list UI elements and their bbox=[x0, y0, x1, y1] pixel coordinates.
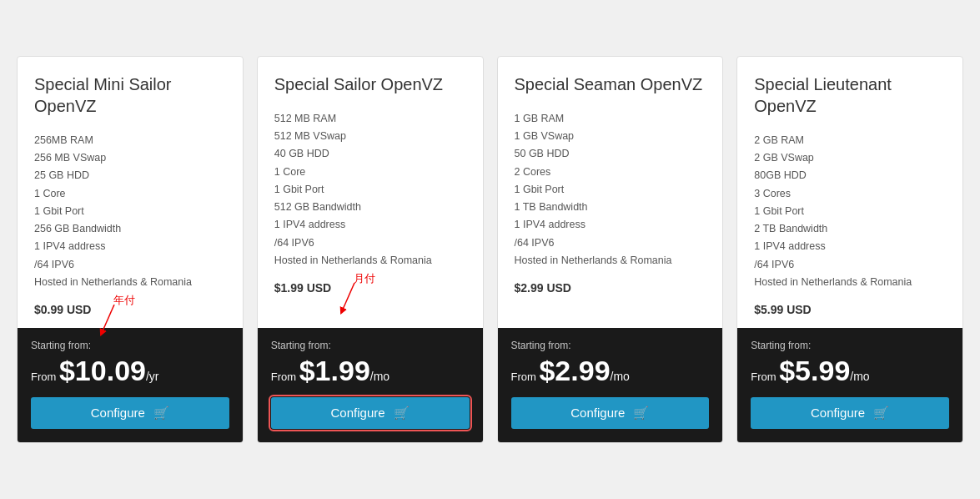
card-title: Special Seaman OpenVZ bbox=[515, 73, 706, 95]
cart-icon: 🛒 bbox=[633, 406, 649, 421]
spec-item: Hosted in Netherlands & Romania bbox=[515, 252, 706, 270]
spec-item: 256MB RAM bbox=[34, 132, 226, 149]
from-label: From bbox=[271, 370, 299, 383]
starting-from-label: Starting from: bbox=[31, 340, 229, 351]
configure-button[interactable]: Configure 🛒 bbox=[511, 397, 710, 429]
from-label: From bbox=[751, 370, 779, 383]
spec-item: 1 Core bbox=[34, 185, 226, 203]
pricing-card-sailor: Special Sailor OpenVZ 512 MB RAM512 MB V… bbox=[257, 56, 484, 443]
spec-item: 50 GB HDD bbox=[515, 145, 706, 163]
spec-item: 3 Cores bbox=[754, 185, 946, 203]
spec-item: 512 MB VSwap bbox=[274, 128, 466, 145]
card-footer: Starting from: From $1.99/mo Configure 🛒 bbox=[258, 328, 483, 442]
pricing-card-mini-sailor: Special Mini Sailor OpenVZ 256MB RAM256 … bbox=[17, 56, 244, 443]
starting-from-label: Starting from: bbox=[511, 340, 710, 351]
spec-item: 256 MB VSwap bbox=[34, 149, 226, 167]
configure-button[interactable]: Configure 🛒 bbox=[271, 397, 470, 429]
arrow-nenpay-icon bbox=[98, 305, 123, 338]
page-wrapper: Special Mini Sailor OpenVZ 256MB RAM256 … bbox=[17, 56, 963, 443]
cart-icon: 🛒 bbox=[394, 406, 410, 421]
price-big: $1.99 bbox=[299, 355, 370, 386]
card-title: Special Mini Sailor OpenVZ bbox=[34, 73, 226, 117]
arrow-getpay-icon bbox=[338, 283, 363, 316]
pricing-cards-container: Special Mini Sailor OpenVZ 256MB RAM256 … bbox=[17, 56, 963, 443]
spec-item: 2 GB VSwap bbox=[754, 149, 946, 167]
price-line: From $10.09/yr bbox=[31, 355, 229, 387]
spec-item: 512 MB RAM bbox=[274, 110, 466, 128]
price-line: From $1.99/mo bbox=[271, 355, 470, 387]
spec-item: 1 IPV4 address bbox=[754, 238, 946, 255]
spec-item: 1 TB Bandwidth bbox=[515, 199, 706, 216]
spec-item: 512 GB Bandwidth bbox=[274, 199, 466, 216]
price-big: $5.99 bbox=[779, 355, 850, 386]
spec-item: 1 Gbit Port bbox=[274, 181, 466, 199]
spec-item: 2 Cores bbox=[515, 164, 706, 181]
cart-icon: 🛒 bbox=[873, 406, 889, 421]
card-specs: 512 MB RAM512 MB VSwap40 GB HDD1 Core1 G… bbox=[274, 110, 466, 270]
card-specs: 2 GB RAM2 GB VSwap80GB HDD3 Cores1 Gbit … bbox=[754, 132, 946, 291]
card-body: Special Sailor OpenVZ 512 MB RAM512 MB V… bbox=[258, 57, 483, 328]
card-footer: Starting from: From $2.99/mo Configure 🛒 bbox=[498, 328, 723, 442]
from-label: From bbox=[511, 370, 540, 383]
spec-item: 1 Gbit Port bbox=[754, 203, 946, 220]
spec-item: 2 GB RAM bbox=[754, 132, 946, 149]
price-unit: /mo bbox=[850, 370, 869, 383]
from-label: From bbox=[31, 370, 59, 383]
spec-item: 80GB HDD bbox=[754, 167, 946, 184]
spec-item: 2 TB Bandwidth bbox=[754, 220, 946, 238]
configure-button[interactable]: Configure 🛒 bbox=[31, 397, 229, 429]
spec-item: 1 Gbit Port bbox=[515, 181, 706, 199]
price-line: From $5.99/mo bbox=[751, 355, 949, 387]
card-body: Special Mini Sailor OpenVZ 256MB RAM256 … bbox=[18, 57, 243, 328]
card-base-price: $5.99 USD bbox=[754, 303, 946, 316]
price-line: From $2.99/mo bbox=[511, 355, 710, 387]
card-specs: 256MB RAM256 MB VSwap25 GB HDD1 Core1 Gb… bbox=[34, 132, 226, 291]
cart-icon: 🛒 bbox=[153, 406, 169, 421]
spec-item: Hosted in Netherlands & Romania bbox=[754, 274, 946, 291]
starting-from-label: Starting from: bbox=[751, 340, 949, 351]
spec-item: 1 Core bbox=[274, 164, 466, 181]
configure-button[interactable]: Configure 🛒 bbox=[751, 397, 949, 429]
card-footer: Starting from: From $5.99/mo Configure 🛒 bbox=[737, 328, 962, 442]
spec-item: 40 GB HDD bbox=[274, 145, 466, 163]
pricing-card-seaman: Special Seaman OpenVZ 1 GB RAM1 GB VSwap… bbox=[497, 56, 724, 443]
starting-from-label: Starting from: bbox=[271, 340, 470, 351]
spec-item: 1 Gbit Port bbox=[34, 203, 226, 220]
spec-item: /64 IPV6 bbox=[515, 234, 706, 252]
spec-item: Hosted in Netherlands & Romania bbox=[34, 274, 226, 291]
spec-item: /64 IPV6 bbox=[34, 256, 226, 274]
card-footer: Starting from: From $10.09/yr Configure … bbox=[18, 328, 243, 442]
spec-item: 25 GB HDD bbox=[34, 167, 226, 184]
price-unit: /mo bbox=[611, 370, 630, 383]
pricing-card-lieutenant: Special Lieutenant OpenVZ 2 GB RAM2 GB V… bbox=[736, 56, 963, 443]
spec-item: 1 IPV4 address bbox=[274, 216, 466, 234]
spec-item: 1 IPV4 address bbox=[34, 238, 226, 255]
svg-line-1 bbox=[342, 283, 354, 311]
card-body: Special Lieutenant OpenVZ 2 GB RAM2 GB V… bbox=[737, 57, 962, 328]
svg-line-0 bbox=[102, 305, 114, 333]
spec-item: 1 IPV4 address bbox=[515, 216, 706, 234]
price-big: $10.09 bbox=[59, 355, 146, 386]
spec-item: 1 GB RAM bbox=[515, 110, 706, 128]
card-body: Special Seaman OpenVZ 1 GB RAM1 GB VSwap… bbox=[498, 57, 723, 328]
spec-item: 256 GB Bandwidth bbox=[34, 220, 226, 238]
spec-item: Hosted in Netherlands & Romania bbox=[274, 252, 466, 270]
card-specs: 1 GB RAM1 GB VSwap50 GB HDD2 Cores1 Gbit… bbox=[515, 110, 706, 270]
spec-item: /64 IPV6 bbox=[274, 234, 466, 252]
spec-item: 1 GB VSwap bbox=[515, 128, 706, 145]
price-unit: /mo bbox=[370, 370, 389, 383]
spec-item: /64 IPV6 bbox=[754, 256, 946, 274]
card-title: Special Sailor OpenVZ bbox=[274, 73, 466, 95]
card-title: Special Lieutenant OpenVZ bbox=[754, 73, 946, 117]
card-base-price: $2.99 USD bbox=[515, 281, 706, 295]
price-unit: /yr bbox=[146, 370, 159, 383]
price-big: $2.99 bbox=[539, 355, 610, 386]
